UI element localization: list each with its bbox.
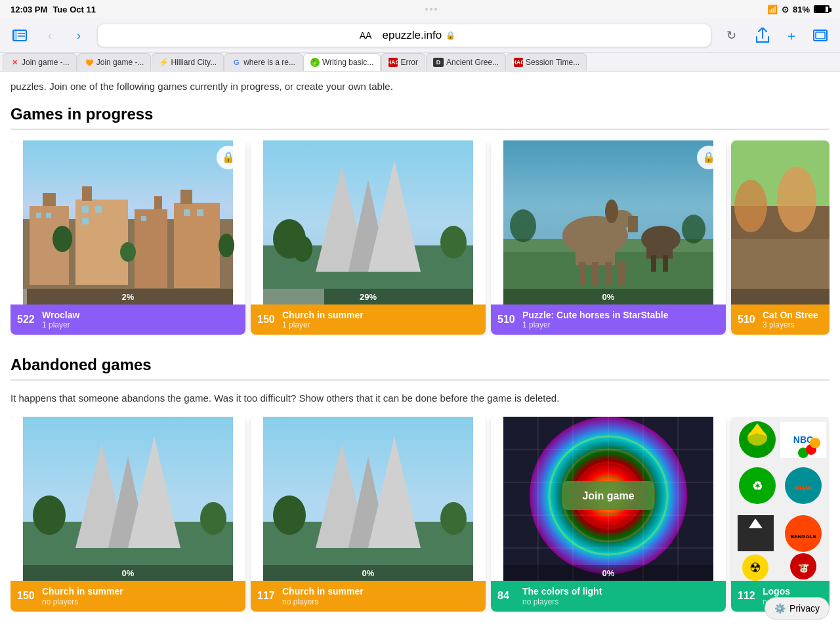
svg-rect-20 (82, 218, 89, 224)
svg-text:29%: 29% (360, 292, 377, 302)
game-footer-church: 150 Church in summer 1 player (251, 304, 486, 335)
tab-writing[interactable]: 🦜 Writing basic... (303, 53, 381, 71)
tabs-button[interactable] (808, 24, 832, 47)
game-card-horses[interactable]: 0% 🔒 510 Puzzle: Cute horses in StarStab… (491, 140, 726, 335)
svg-point-57 (510, 209, 536, 242)
lock-overlay-horses: 🔒 (697, 146, 721, 169)
svg-text:🐮: 🐮 (798, 562, 810, 574)
tab-favicon-8: HAC (514, 58, 523, 67)
game-title-a2: Church in summer (282, 586, 479, 597)
tab-favicon-1: ✕ (10, 58, 19, 67)
abandoned-card-church-2[interactable]: 0% 117 Church in summer no players (251, 417, 486, 612)
svg-point-82 (440, 502, 467, 535)
svg-point-65 (777, 167, 816, 232)
piece-count-a1: 150 (17, 590, 37, 602)
abandoned-card-colors[interactable]: Join game 0% 84 The colors of light no p… (491, 417, 726, 612)
tab-ancient[interactable]: D Ancient Gree... (426, 53, 506, 71)
url-text: epuzzle.info (382, 29, 442, 42)
reload-button[interactable]: ↻ (719, 24, 743, 47)
share-button[interactable] (751, 24, 774, 47)
svg-point-72 (33, 495, 66, 535)
svg-rect-28 (23, 289, 27, 304)
sidebar-button[interactable] (8, 24, 32, 47)
svg-rect-16 (36, 213, 41, 218)
tab-title-7: Ancient Gree... (446, 58, 499, 67)
game-title-a3: The colors of light (522, 586, 719, 597)
svg-point-64 (734, 180, 767, 232)
svg-point-112 (810, 438, 820, 448)
game-card-cat[interactable]: 510 Cat On Stree 3 players (731, 140, 830, 335)
abandoned-church-1-image: 0% (10, 417, 245, 581)
battery-icon (814, 5, 830, 13)
game-card-church[interactable]: 29% 150 Church in summer 1 player (251, 140, 486, 335)
tab-title-5: Writing basic... (322, 58, 373, 67)
svg-rect-55 (651, 255, 656, 272)
svg-point-26 (219, 234, 234, 257)
page-content: puzzles. Join one of the following games… (0, 72, 840, 630)
svg-rect-23 (197, 209, 203, 216)
game-players-a3: no players (522, 597, 719, 606)
back-button[interactable]: ‹ (39, 25, 60, 46)
privacy-label: Privacy (789, 603, 820, 614)
tab-join-1[interactable]: ✕ Join game -... (3, 53, 77, 71)
game-title-wroclaw: Wroclaw (42, 310, 239, 321)
game-card-wroclaw[interactable]: 2% 🔒 522 Wroclaw 1 player (10, 140, 245, 335)
logos-image: NBC ♻ MIAMI BENGALS (731, 417, 830, 581)
tab-error[interactable]: HAC Error (381, 53, 425, 71)
lock-overlay-wroclaw: 🔒 (217, 146, 240, 169)
wifi-icon: 📶 (767, 5, 778, 14)
lock-icon: 🔒 (446, 31, 455, 40)
svg-point-52 (605, 200, 618, 223)
games-in-progress-title: Games in progress (10, 105, 830, 126)
game-footer-horses: 510 Puzzle: Cute horses in StarStable 1 … (491, 304, 726, 335)
game-players-horses: 1 player (522, 320, 719, 329)
svg-rect-45 (576, 232, 615, 265)
status-bar: 12:03 PM Tue Oct 11 📶 ⊙ 81% (0, 0, 840, 18)
game-title-church: Church in summer (282, 310, 479, 321)
svg-rect-1 (13, 30, 17, 41)
tab-join-2[interactable]: 🧡 Join game -... (77, 53, 152, 71)
game-players-a1: no players (42, 597, 239, 606)
svg-rect-5 (816, 32, 825, 39)
new-tab-button[interactable]: ＋ (780, 24, 803, 47)
games-in-progress-grid: 2% 🔒 522 Wroclaw 1 player (10, 140, 830, 335)
abandoned-footer-colors: 84 The colors of light no players (491, 581, 726, 612)
battery-label: 81% (793, 5, 810, 14)
piece-count-a2: 117 (257, 590, 277, 602)
svg-point-37 (293, 236, 312, 262)
svg-text:Join game: Join game (582, 490, 634, 501)
svg-rect-17 (46, 213, 51, 218)
abandoned-card-church-1[interactable]: 0% 150 Church in summer no players (10, 417, 245, 612)
privacy-button[interactable]: ⚙️ Privacy (765, 597, 830, 620)
svg-rect-10 (135, 209, 167, 288)
abandoned-footer-church-1: 150 Church in summer no players (10, 581, 245, 612)
wroclaw-image: 2% (10, 140, 245, 304)
tab-session[interactable]: HAC Session Time... (507, 53, 587, 71)
piece-count-wroclaw: 522 (17, 314, 37, 326)
address-bar[interactable]: AA epuzzle.info 🔒 (97, 24, 711, 47)
gear-icon: ⚙️ (774, 603, 786, 614)
game-players-cat: 3 players (763, 320, 823, 329)
tab-title-4: where is a re... (243, 58, 295, 67)
tabs-bar: ✕ Join game -... 🧡 Join game -... ⚡ Hill… (0, 53, 840, 72)
abandoned-footer-church-2: 117 Church in summer no players (251, 581, 486, 612)
game-players-wroclaw: 1 player (42, 320, 239, 329)
abandoned-games-desc: It happens that someone abandons the gam… (10, 391, 830, 406)
tab-favicon-4: G (232, 58, 241, 67)
horses-image: 0% (491, 140, 726, 304)
tab-title-8: Session Time... (526, 58, 579, 67)
abandoned-games-title: Abandoned games (10, 356, 830, 377)
tab-favicon-5: 🦜 (310, 58, 320, 67)
svg-text:2%: 2% (122, 292, 135, 302)
tab-google[interactable]: G where is a re... (224, 53, 303, 71)
svg-text:0%: 0% (362, 568, 375, 578)
svg-rect-21 (141, 216, 146, 221)
tab-hilliard[interactable]: ⚡ Hilliard City... (152, 53, 224, 71)
svg-rect-15 (180, 190, 192, 204)
aa-button[interactable]: AA (353, 30, 379, 41)
svg-rect-66 (731, 289, 830, 304)
forward-button[interactable]: › (68, 25, 89, 46)
abandoned-games-grid: 0% 150 Church in summer no players (10, 417, 830, 612)
abandoned-card-logos[interactable]: NBC ♻ MIAMI BENGALS (731, 417, 830, 612)
piece-count-horses: 510 (497, 314, 517, 326)
